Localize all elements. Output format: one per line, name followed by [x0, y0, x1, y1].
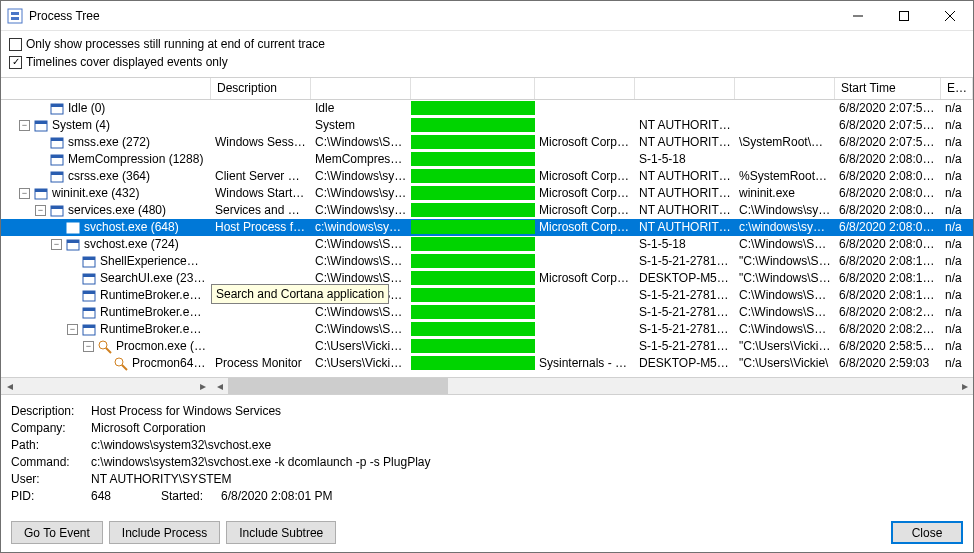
process-icon: [33, 118, 49, 134]
process-icon: [49, 101, 65, 117]
col-start[interactable]: Start Time: [835, 78, 941, 99]
process-row[interactable]: Procmon64.exe (1 Process Monitor C:\User…: [1, 355, 973, 372]
process-row[interactable]: MemCompression (1288) MemCompression S-1…: [1, 151, 973, 168]
expander-placeholder: [67, 273, 78, 284]
expander-icon[interactable]: −: [19, 120, 30, 131]
col-company[interactable]: [535, 78, 635, 99]
svg-point-37: [115, 358, 123, 366]
svg-line-36: [106, 348, 111, 353]
company-cell: [535, 100, 635, 117]
start-cell: 6/8/2020 2:08:01...: [835, 185, 941, 202]
process-row[interactable]: − services.exe (480) Services and Cont..…: [1, 202, 973, 219]
process-row[interactable]: − wininit.exe (432) Windows Start-Up... …: [1, 185, 973, 202]
life-cell: [411, 253, 535, 270]
include-process-button[interactable]: Include Process: [109, 521, 220, 544]
desc-cell: Client Server Runt...: [211, 168, 311, 185]
maximize-button[interactable]: [881, 1, 927, 31]
expander-icon[interactable]: −: [83, 341, 94, 352]
scroll-track[interactable]: [18, 378, 194, 395]
process-row[interactable]: svchost.exe (648) Host Process for ... c…: [1, 219, 973, 236]
include-subtree-button[interactable]: Include Subtree: [226, 521, 336, 544]
start-cell: 6/8/2020 2:59:03: [835, 355, 941, 372]
process-name: ShellExperienceHost.exe: [100, 253, 207, 270]
process-icon: [81, 271, 97, 287]
process-icon: [81, 254, 97, 270]
expander-icon[interactable]: −: [35, 205, 46, 216]
scroll-left-arrow-icon[interactable]: ◂: [1, 378, 18, 395]
process-name: MemCompression (1288): [68, 151, 203, 168]
end-cell: n/a: [941, 219, 973, 236]
process-row[interactable]: RuntimeBroker.exe (417 C:\Windows\Syst..…: [1, 287, 973, 304]
process-row[interactable]: csrss.exe (364) Client Server Runt... C:…: [1, 168, 973, 185]
process-rows[interactable]: Idle (0) Idle 6/8/2020 2:07:50... n/a − …: [1, 100, 973, 377]
only-running-checkbox[interactable]: Only show processes still running at end…: [9, 35, 965, 53]
app-icon: [7, 8, 23, 24]
scroll-right-arrow-icon[interactable]: ▸: [194, 378, 211, 395]
user-cell: [635, 100, 735, 117]
svg-rect-12: [51, 138, 63, 141]
timelines-checkbox[interactable]: ✓ Timelines cover displayed events only: [9, 53, 965, 71]
user-cell: S-1-5-18: [635, 151, 735, 168]
user-cell: S-1-5-21-2781759...: [635, 338, 735, 355]
scroll-right-arrow-icon[interactable]: ▸: [956, 378, 973, 395]
process-name: System (4): [52, 117, 110, 134]
goto-event-button[interactable]: Go To Event: [11, 521, 103, 544]
process-row[interactable]: − svchost.exe (724) C:\Windows\Syst... S…: [1, 236, 973, 253]
name-cell: Idle (0): [1, 100, 211, 117]
process-row[interactable]: − Procmon.exe (3280) C:\Users\Vickie\...…: [1, 338, 973, 355]
process-row[interactable]: RuntimeBroker.exe (454 C:\Windows\Syst..…: [1, 304, 973, 321]
command-cell: C:\Windows\Sys...: [735, 236, 835, 253]
end-cell: n/a: [941, 151, 973, 168]
scroll-thumb[interactable]: [228, 378, 448, 395]
company-cell: [535, 253, 635, 270]
svg-point-35: [99, 341, 107, 349]
process-icon: [33, 186, 49, 202]
command-cell: C:\Windows\syst...: [735, 202, 835, 219]
expander-icon[interactable]: −: [19, 188, 30, 199]
col-user[interactable]: [635, 78, 735, 99]
path-cell: C:\Windows\Syst...: [311, 304, 411, 321]
process-name: svchost.exe (724): [84, 236, 179, 253]
expander-icon[interactable]: −: [51, 239, 62, 250]
process-name: services.exe (480): [68, 202, 166, 219]
col-path[interactable]: [311, 78, 411, 99]
path-cell: C:\Windows\syst...: [311, 168, 411, 185]
col-end[interactable]: End Time: [941, 78, 973, 99]
expander-placeholder: [67, 307, 78, 318]
path-cell: C:\Users\Vickie\...: [311, 355, 411, 372]
col-name[interactable]: [1, 78, 211, 99]
process-row[interactable]: SearchUI.exe (2316) C:\Windows\Syst... M…: [1, 270, 973, 287]
scroll-track[interactable]: [448, 378, 956, 395]
checkbox-icon: [9, 38, 22, 51]
process-row[interactable]: ShellExperienceHost.exe C:\Windows\Syst.…: [1, 253, 973, 270]
name-cell: RuntimeBroker.exe (454: [1, 304, 211, 321]
scroll-left-arrow-icon[interactable]: ◂: [211, 378, 228, 395]
life-cell: [411, 304, 535, 321]
close-button[interactable]: Close: [891, 521, 963, 544]
process-row[interactable]: Idle (0) Idle 6/8/2020 2:07:50... n/a: [1, 100, 973, 117]
path-cell: C:\Windows\syst...: [311, 185, 411, 202]
col-command[interactable]: [735, 78, 835, 99]
process-row[interactable]: smss.exe (272) Windows Session ... C:\Wi…: [1, 134, 973, 151]
life-cell: [411, 270, 535, 287]
svg-rect-14: [51, 155, 63, 158]
minimize-button[interactable]: [835, 1, 881, 31]
life-cell: [411, 236, 535, 253]
detail-description: Host Process for Windows Services: [91, 403, 281, 420]
life-cell: [411, 134, 535, 151]
process-row[interactable]: − System (4) System NT AUTHORITY\... 6/8…: [1, 117, 973, 134]
name-cell: ShellExperienceHost.exe: [1, 253, 211, 270]
expander-icon[interactable]: −: [67, 324, 78, 335]
close-window-button[interactable]: [927, 1, 973, 31]
col-description[interactable]: Description: [211, 78, 311, 99]
process-name: SearchUI.exe (2316): [100, 270, 207, 287]
path-cell: C:\Windows\syst...: [311, 202, 411, 219]
process-row[interactable]: − RuntimeBroker.exe (312 C:\Windows\Syst…: [1, 321, 973, 338]
desc-cell: [211, 236, 311, 253]
name-cell: − wininit.exe (432): [1, 185, 211, 202]
detail-company-label: Company:: [11, 420, 91, 437]
expander-placeholder: [99, 358, 110, 369]
only-running-label: Only show processes still running at end…: [26, 35, 325, 53]
user-cell: NT AUTHORITY\...: [635, 202, 735, 219]
col-life[interactable]: [411, 78, 535, 99]
